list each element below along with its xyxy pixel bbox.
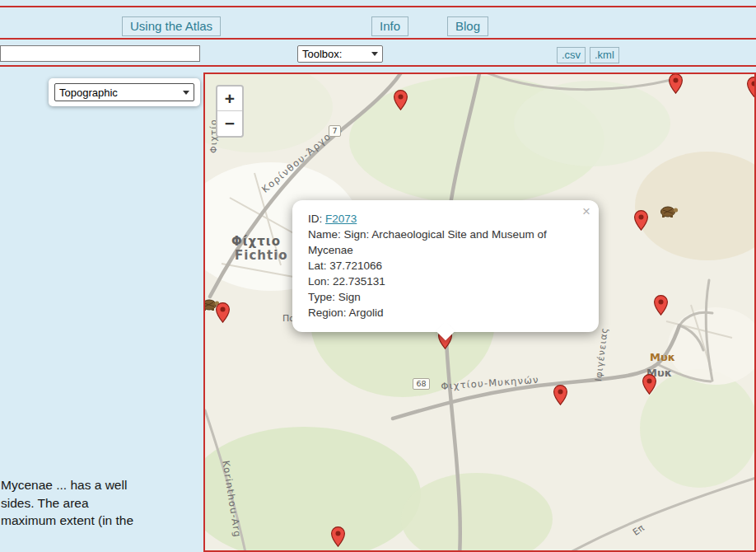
page: { "nav": { "using_atlas": "Using the Atl… <box>0 0 756 552</box>
layer-select[interactable]: Topographic <box>54 83 194 101</box>
popup-region: Region: Argolid <box>308 305 583 320</box>
toolbox-select-label: Toolbox: <box>302 48 342 60</box>
chevron-down-icon <box>371 52 378 56</box>
popup-id-link[interactable]: F2073 <box>325 213 357 225</box>
description-line: Mycenae ... has a well <box>1 476 157 494</box>
map-marker-pin[interactable] <box>331 526 345 547</box>
zoom-out-button[interactable]: − <box>217 111 242 136</box>
road-shield-7: 7 <box>329 125 341 137</box>
map-marker-pin[interactable] <box>216 302 230 323</box>
map-marker-pin[interactable] <box>394 90 408 110</box>
toolbox-select[interactable]: Toolbox: <box>297 45 383 63</box>
layer-select-label: Topographic <box>59 87 118 99</box>
divider-line <box>0 38 756 40</box>
divider-line <box>0 6 756 7</box>
zoom-in-button[interactable]: + <box>217 87 242 111</box>
popup-content: ID: F2073 Name: Sign: Archaeological Sit… <box>292 200 599 332</box>
map-marker-pin[interactable] <box>654 295 668 316</box>
map[interactable]: Κορίνθου-Άργους Φιχτίο Φίχτιο Fichtio Πα… <box>203 73 756 552</box>
road-shield-68: 68 <box>413 378 430 390</box>
kml-export-link[interactable]: .kml <box>590 47 619 63</box>
tortoise-marker-icon[interactable] <box>659 205 679 218</box>
popup-type: Type: Sign <box>308 289 583 305</box>
popup-lat: Lat: 37.721066 <box>308 258 583 274</box>
nav-link-info[interactable]: Info <box>371 16 408 36</box>
map-marker-pin[interactable] <box>747 77 756 97</box>
map-popup: ID: F2073 Name: Sign: Archaeological Sit… <box>292 200 599 332</box>
popup-lon: Lon: 22.735131 <box>308 274 583 289</box>
popup-close-button[interactable]: × <box>582 204 590 218</box>
divider-line <box>0 65 756 67</box>
map-marker-pin[interactable] <box>634 210 648 231</box>
popup-id-label: ID: <box>308 213 325 225</box>
description-line: maximum extent (in the <box>1 512 157 530</box>
popup-id-line: ID: F2073 <box>308 211 583 227</box>
nav-link-using-the-atlas[interactable]: Using the Atlas <box>122 16 221 36</box>
map-marker-pin[interactable] <box>669 73 683 94</box>
zoom-control: + − <box>216 85 244 138</box>
site-description-text: Mycenae ... has a well sides. The area m… <box>1 476 157 530</box>
search-input[interactable] <box>0 45 200 62</box>
description-line: sides. The area <box>1 494 157 512</box>
csv-export-link[interactable]: .csv <box>557 47 586 63</box>
layer-control: Topographic <box>49 78 200 106</box>
chevron-down-icon <box>183 91 189 95</box>
nav-link-blog[interactable]: Blog <box>447 16 488 36</box>
popup-name: Name: Sign: Archaeological Site and Muse… <box>308 227 583 258</box>
map-marker-pin[interactable] <box>642 374 656 395</box>
map-marker-pin[interactable] <box>553 385 567 405</box>
